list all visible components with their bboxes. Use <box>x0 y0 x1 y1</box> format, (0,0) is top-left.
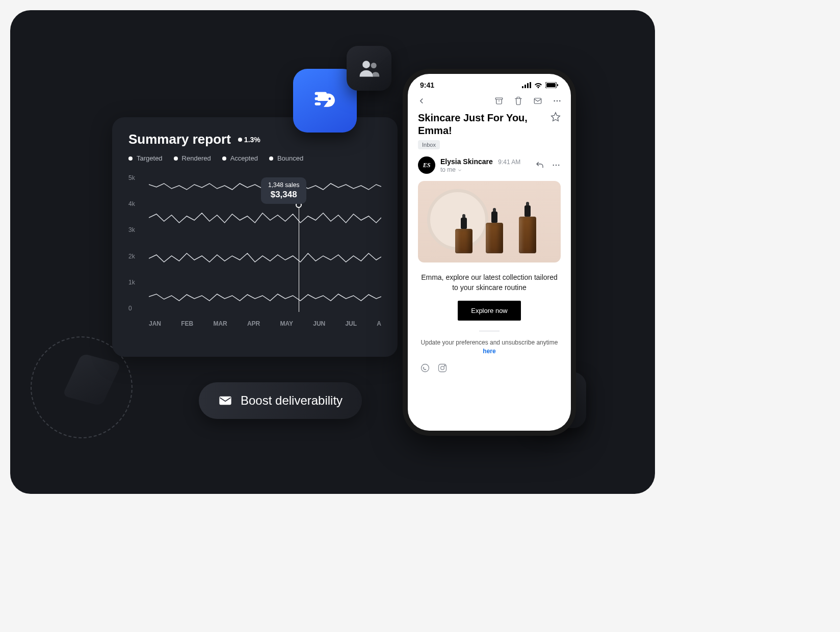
svg-point-23 <box>422 364 429 372</box>
archive-icon[interactable] <box>494 96 504 106</box>
svg-rect-15 <box>495 98 503 99</box>
svg-point-20 <box>553 165 554 166</box>
sender-avatar: ES <box>418 156 435 174</box>
battery-icon <box>545 82 559 88</box>
svg-point-5 <box>371 63 377 68</box>
svg-rect-2 <box>314 102 321 105</box>
more-options-icon[interactable] <box>552 161 561 170</box>
svg-point-3 <box>328 97 331 100</box>
sender-name: Elysia Skincare <box>440 157 493 166</box>
social-icons <box>418 363 561 373</box>
svg-rect-13 <box>546 83 556 87</box>
svg-rect-10 <box>527 83 529 88</box>
legend-accepted: Accepted <box>222 154 258 162</box>
svg-rect-1 <box>314 97 324 100</box>
email-body-text: Emma, explore our latest collection tail… <box>418 273 561 293</box>
more-icon[interactable] <box>553 96 562 106</box>
footer-text: Update your preferences and unsubscribe … <box>421 339 558 346</box>
status-indicators <box>522 82 559 88</box>
legend-targeted: Targeted <box>128 154 163 162</box>
chart-legend: Targeted Rendered Accepted Bounced <box>128 154 381 162</box>
svg-rect-14 <box>557 84 558 86</box>
phone-screen: 9:41 <box>408 74 571 431</box>
explore-now-button[interactable]: Explore now <box>458 301 521 321</box>
trash-icon[interactable] <box>514 96 523 106</box>
x-axis-labels: JAN FEB MAR APR MAY JUN JUL A <box>149 320 381 327</box>
phone-mockup: 9:41 <box>403 69 576 436</box>
svg-rect-0 <box>314 92 326 95</box>
svg-point-19 <box>559 100 561 102</box>
status-time: 9:41 <box>420 81 434 89</box>
mail-subject: Skincare Just For You, Emma! <box>418 112 545 137</box>
chevron-down-icon[interactable] <box>457 168 462 173</box>
product-hero-image <box>418 181 561 262</box>
boost-deliverability-pill[interactable]: Boost deliverability <box>199 382 362 419</box>
svg-point-18 <box>557 100 558 102</box>
svg-rect-16 <box>534 98 541 104</box>
svg-point-26 <box>444 365 445 366</box>
svg-point-22 <box>558 165 559 166</box>
boost-label: Boost deliverability <box>241 393 343 408</box>
reply-icon[interactable] <box>535 161 544 170</box>
email-footer: Update your preferences and unsubscribe … <box>418 338 561 356</box>
svg-rect-11 <box>530 82 531 88</box>
signal-icon <box>522 82 531 88</box>
back-icon[interactable] <box>417 96 426 106</box>
svg-point-4 <box>362 61 370 68</box>
y-axis-labels: 5k 4k 3k 2k 1k 0 <box>128 174 144 312</box>
svg-point-25 <box>441 366 444 370</box>
summary-report-card: Summary report 1.3% Targeted Rendered Ac… <box>112 117 398 357</box>
divider <box>479 331 500 331</box>
people-icon <box>347 46 391 91</box>
legend-rendered: Rendered <box>174 154 211 162</box>
mail-icon[interactable] <box>533 96 542 106</box>
chart-tooltip: 1,348 sales $3,348 <box>261 177 306 204</box>
sender-to: to me <box>440 166 456 173</box>
report-title: Summary report <box>128 131 231 147</box>
svg-rect-7 <box>219 397 231 405</box>
unsubscribe-link[interactable]: here <box>483 348 495 355</box>
sender-row: ES Elysia Skincare 9:41 AM to me <box>418 156 561 174</box>
svg-rect-8 <box>522 86 523 88</box>
instagram-icon[interactable] <box>437 363 448 373</box>
star-icon[interactable] <box>550 112 561 122</box>
svg-point-21 <box>556 165 557 166</box>
tooltip-value: $3,348 <box>268 190 299 200</box>
inbox-badge: Inbox <box>418 140 440 149</box>
whatsapp-icon[interactable] <box>420 363 430 373</box>
legend-bounced: Bounced <box>269 154 303 162</box>
svg-rect-9 <box>524 85 526 88</box>
tooltip-guideline <box>299 205 299 312</box>
status-bar: 9:41 <box>408 74 571 92</box>
wifi-icon <box>534 82 542 88</box>
envelope-icon <box>218 393 232 408</box>
mail-toolbar <box>408 92 571 110</box>
svg-point-17 <box>554 100 555 102</box>
report-delta: 1.3% <box>238 136 260 144</box>
hero-canvas: Summary report 1.3% Targeted Rendered Ac… <box>10 10 655 494</box>
chart-area: 5k 4k 3k 2k 1k 0 1,348 sales <box>128 174 381 327</box>
sender-time: 9:41 AM <box>498 159 520 166</box>
tooltip-label: 1,348 sales <box>268 181 299 189</box>
